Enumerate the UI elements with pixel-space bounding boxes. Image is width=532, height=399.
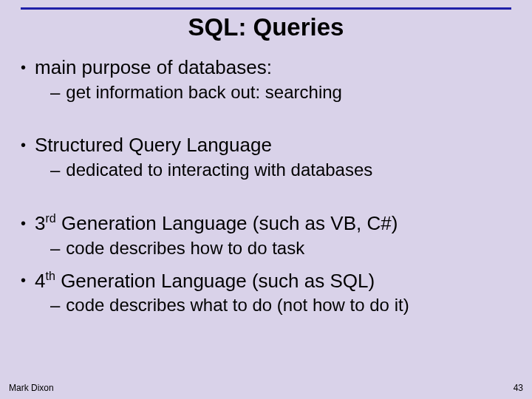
- bullet-text: 4th Generation Language (such as SQL): [35, 269, 375, 293]
- bullet-sql: • Structured Query Language: [21, 134, 511, 157]
- subbullet-text: get information back out: searching: [66, 82, 342, 103]
- subbullet-how: – code describes how to do task: [50, 238, 511, 259]
- bullet-3gl: • 3rd Generation Language (such as VB, C…: [21, 211, 511, 235]
- subbullet-searching: – get information back out: searching: [50, 82, 511, 103]
- ordinal-sup: th: [45, 269, 55, 282]
- footer: Mark Dixon 43: [9, 383, 523, 393]
- ordinal-sup: rd: [45, 211, 55, 225]
- bullet-dot-icon: •: [21, 60, 26, 75]
- subbullet-dedicated: – dedicated to interacting with database…: [50, 160, 511, 180]
- subbullet-what: – code describes what to do (not how to …: [50, 295, 511, 316]
- bullet-text: 3rd Generation Language (such as VB, C#): [35, 211, 398, 235]
- dash-icon: –: [50, 295, 60, 316]
- dash-icon: –: [50, 238, 60, 259]
- bullet-dot-icon: •: [21, 137, 26, 152]
- txt: Generation Language (such as VB, C#): [56, 212, 398, 234]
- txt: 4: [35, 269, 45, 291]
- dash-icon: –: [50, 82, 60, 103]
- subbullet-text: code describes how to do task: [66, 238, 304, 259]
- subbullet-text: dedicated to interacting with databases: [66, 160, 372, 180]
- slide-content: • main purpose of databases: – get infor…: [0, 56, 532, 316]
- slide-title: SQL: Queries: [0, 13, 532, 41]
- dash-icon: –: [50, 160, 60, 180]
- bullet-4gl: • 4th Generation Language (such as SQL): [21, 269, 511, 293]
- bullet-main-purpose: • main purpose of databases:: [21, 56, 511, 79]
- txt: 3: [35, 212, 45, 234]
- subbullet-text: code describes what to do (not how to do…: [66, 295, 409, 316]
- bullet-dot-icon: •: [21, 216, 26, 231]
- bullet-text: Structured Query Language: [35, 134, 272, 157]
- footer-page: 43: [514, 383, 523, 393]
- divider-top: [21, 7, 511, 10]
- footer-author: Mark Dixon: [9, 383, 54, 393]
- txt: Generation Language (such as SQL): [55, 269, 375, 291]
- bullet-text: main purpose of databases:: [35, 56, 272, 79]
- bullet-dot-icon: •: [21, 273, 26, 287]
